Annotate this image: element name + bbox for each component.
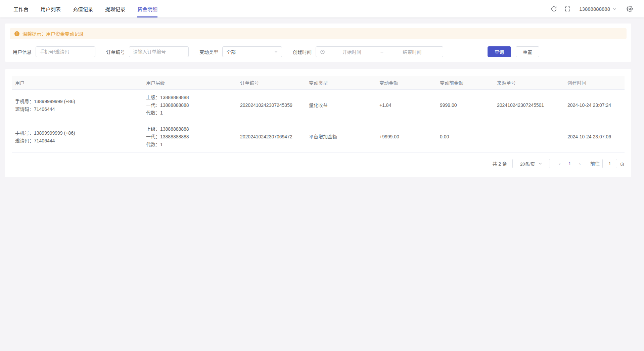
cell-source-no xyxy=(494,133,564,141)
topbar-actions: 13888888888 xyxy=(547,6,637,12)
filter-row: 用户信息 订单编号 变动类型 全部 创建时间 开始时间 – 结束时间 xyxy=(10,46,627,57)
page-size-select[interactable]: 20条/页 xyxy=(512,159,550,168)
filter-created-time: 创建时间 开始时间 – 结束时间 xyxy=(293,46,443,57)
fullscreen-icon[interactable] xyxy=(561,6,574,12)
tab-fund-details[interactable]: 资金明细 xyxy=(137,0,157,17)
col-header-user-level: 用户层级 xyxy=(143,76,237,89)
created-time-label: 创建时间 xyxy=(293,48,312,55)
warning-icon: ! xyxy=(14,31,19,36)
top-bar: 工作台 用户列表 充值记录 提现记录 资金明细 13888888888 xyxy=(0,0,644,17)
table-body: 手机号：13899999999 (+86)邀请码：71406444 上级：138… xyxy=(12,90,625,153)
order-no-label: 订单编号 xyxy=(106,48,125,55)
cell-change-type: 量化收益 xyxy=(306,97,376,113)
filter-change-type: 变动类型 全部 xyxy=(199,46,282,57)
end-time-placeholder[interactable]: 结束时间 xyxy=(385,48,439,55)
user-info-input[interactable] xyxy=(36,46,95,57)
cell-before-amount: 0.00 xyxy=(436,129,494,145)
cell-created-at: 2024-10-24 23:07:24 xyxy=(564,97,625,113)
cell-before-amount: 9999.00 xyxy=(436,97,494,113)
table-row: 手机号：13899999999 (+86)邀请码：71406444 上级：138… xyxy=(12,90,625,121)
nav-tabs: 工作台 用户列表 充值记录 提现记录 资金明细 xyxy=(13,0,157,17)
col-header-change-type: 变动类型 xyxy=(306,76,376,89)
cell-user-level: 上级：13888888888一代：13888888888代数：1 xyxy=(143,121,237,152)
table-row: 手机号：13899999999 (+86)邀请码：71406444 上级：138… xyxy=(12,121,625,153)
cell-change-amount: +1.84 xyxy=(376,97,436,113)
col-header-order-no: 订单编号 xyxy=(237,76,306,89)
table-header: 用户 用户层级 订单编号 变动类型 变动金额 变动前金额 来源单号 创建时间 xyxy=(12,76,625,90)
cell-created-at: 2024-10-24 23:07:06 xyxy=(564,129,625,145)
range-separator: – xyxy=(379,49,385,54)
next-page-icon[interactable]: › xyxy=(575,161,585,167)
page-number-1[interactable]: 1 xyxy=(565,161,575,166)
tab-withdraw-records[interactable]: 提现记录 xyxy=(105,0,125,17)
notice-text: 温馨提示：用户资金变动记录 xyxy=(22,30,84,37)
total-count: 共 2 条 xyxy=(492,160,507,167)
col-header-created-at: 创建时间 xyxy=(564,76,625,89)
cell-user: 手机号：13899999999 (+86)邀请码：71406444 xyxy=(12,125,143,149)
clock-icon xyxy=(320,49,325,54)
gear-icon[interactable] xyxy=(623,6,637,12)
account-phone: 13888888888 xyxy=(579,6,610,12)
notice-banner: ! 温馨提示：用户资金变动记录 xyxy=(10,28,627,39)
reset-button[interactable]: 重置 xyxy=(516,46,539,57)
refresh-icon[interactable] xyxy=(547,6,561,12)
chevron-down-icon xyxy=(612,7,617,11)
goto-page-input[interactable] xyxy=(602,159,617,168)
filter-user-info: 用户信息 xyxy=(13,46,95,57)
change-type-value: 全部 xyxy=(226,48,236,55)
col-header-user: 用户 xyxy=(12,76,143,89)
col-header-change-amount: 变动金额 xyxy=(376,76,436,89)
change-type-label: 变动类型 xyxy=(199,48,218,55)
table-card: 用户 用户层级 订单编号 变动类型 变动金额 变动前金额 来源单号 创建时间 手… xyxy=(5,69,631,177)
order-no-input[interactable] xyxy=(129,46,189,57)
date-range-picker[interactable]: 开始时间 – 结束时间 xyxy=(316,46,443,57)
pagination: 共 2 条 20条/页 ‹ 1 › 前往 页 xyxy=(12,159,625,168)
prev-page-icon[interactable]: ‹ xyxy=(555,161,565,167)
col-header-before-amount: 变动前金额 xyxy=(436,76,494,89)
tab-recharge-records[interactable]: 充值记录 xyxy=(73,0,93,17)
chevron-down-icon xyxy=(274,50,278,54)
filter-order-no: 订单编号 xyxy=(106,46,189,57)
cell-user: 手机号：13899999999 (+86)邀请码：71406444 xyxy=(12,94,143,117)
page-size-value: 20条/页 xyxy=(520,161,535,167)
cell-change-amount: +9999.00 xyxy=(376,129,436,145)
col-header-source-no: 来源单号 xyxy=(494,76,564,89)
cell-user-level: 上级：13888888888一代：13888888888代数：1 xyxy=(143,90,237,121)
account-menu[interactable]: 13888888888 xyxy=(579,6,617,12)
tab-workbench[interactable]: 工作台 xyxy=(13,0,29,17)
start-time-placeholder[interactable]: 开始时间 xyxy=(325,48,379,55)
cell-order-no: 20202410242307245359 xyxy=(237,97,306,113)
filter-card: ! 温馨提示：用户资金变动记录 用户信息 订单编号 变动类型 全部 创建时间 开… xyxy=(5,24,631,62)
fund-details-table: 用户 用户层级 订单编号 变动类型 变动金额 变动前金额 来源单号 创建时间 手… xyxy=(12,76,625,153)
user-info-label: 用户信息 xyxy=(13,48,32,55)
goto-label: 前往 xyxy=(590,160,600,167)
page-unit-label: 页 xyxy=(620,160,625,167)
tab-user-list[interactable]: 用户列表 xyxy=(41,0,61,17)
cell-order-no: 20202410242307069472 xyxy=(237,129,306,145)
search-button[interactable]: 查询 xyxy=(488,46,511,57)
cell-change-type: 平台增加金额 xyxy=(306,129,376,145)
chevron-down-icon xyxy=(538,162,542,166)
cell-source-no: 202410242307245501 xyxy=(494,97,564,113)
change-type-select[interactable]: 全部 xyxy=(222,46,282,57)
